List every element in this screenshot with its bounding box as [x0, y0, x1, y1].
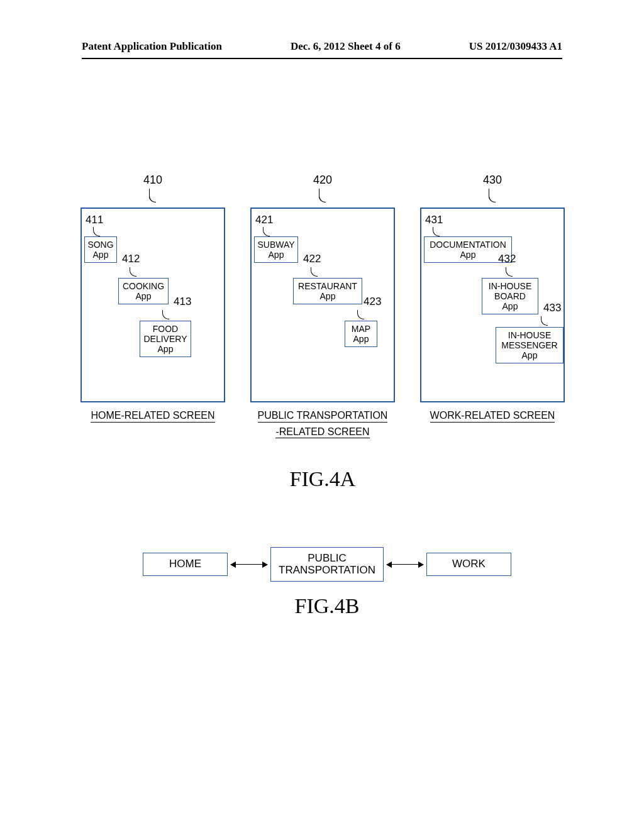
- header-sheet-info: Dec. 6, 2012 Sheet 4 of 6: [291, 40, 401, 53]
- figure-label-4b: FIG.4B: [138, 594, 516, 618]
- ref-410: 410: [143, 174, 162, 187]
- app-label: App: [522, 350, 538, 360]
- app-label: FOOD: [153, 324, 178, 334]
- leader-420: [319, 189, 326, 202]
- app-restaurant: RESTAURANT App: [293, 278, 362, 304]
- ref-422: 422: [303, 253, 321, 265]
- caption-work: WORK-RELATED SCREEN: [420, 406, 565, 423]
- ref-411: 411: [86, 214, 103, 226]
- screen-box-work: 431 DOCUMENTATION App 432 IN-HOUSE BOARD…: [420, 208, 565, 402]
- box-public-transport: PUBLIC TRANSPORTATION: [270, 547, 384, 582]
- leader-432: [506, 265, 512, 277]
- app-label: SUBWAY: [257, 240, 294, 250]
- box-text: HOME: [169, 558, 201, 570]
- app-label: RESTAURANT: [298, 281, 357, 291]
- app-inhouse-board: IN-HOUSE BOARD App: [482, 278, 538, 314]
- app-label: DOCUMENTATION: [430, 240, 506, 250]
- figure-4a: 410 411 SONG App 412 COOKING App 41: [80, 208, 565, 491]
- app-label: COOKING: [123, 281, 164, 291]
- screen-420: 420 421 SUBWAY App 422 RESTAURANT App: [250, 208, 395, 438]
- app-label: App: [136, 291, 152, 301]
- box-text-l1: PUBLIC: [308, 552, 346, 564]
- leader-413: [162, 308, 169, 319]
- figure-4b: HOME PUBLIC TRANSPORTATION WORK FIG.4B: [138, 547, 516, 618]
- app-label: MESSENGER: [501, 340, 557, 350]
- page-header: Patent Application Publication Dec. 6, 2…: [0, 40, 644, 53]
- screen-410: 410 411 SONG App 412 COOKING App 41: [80, 208, 225, 438]
- app-label: App: [353, 334, 369, 344]
- ref-420: 420: [313, 174, 332, 187]
- app-label: BOARD: [494, 291, 526, 301]
- app-label: IN-HOUSE: [489, 281, 531, 291]
- ref-421: 421: [255, 214, 273, 226]
- double-arrow-icon: [386, 558, 424, 571]
- leader-422: [311, 265, 317, 277]
- caption-text: HOME-RELATED SCREEN: [91, 410, 214, 423]
- app-label: App: [93, 250, 109, 260]
- caption-text-l1: PUBLIC TRANSPORTATION: [258, 410, 388, 423]
- screens-row: 410 411 SONG App 412 COOKING App 41: [80, 208, 565, 438]
- screen-box-transport: 421 SUBWAY App 422 RESTAURANT App 423: [250, 208, 395, 402]
- caption-home: HOME-RELATED SCREEN: [80, 406, 225, 423]
- header-pub-number: US 2012/0309433 A1: [469, 40, 562, 53]
- leader-421: [263, 225, 269, 236]
- app-label: DELIVERY: [144, 334, 187, 344]
- ref-423: 423: [364, 296, 381, 308]
- leader-431: [433, 225, 439, 236]
- app-label: IN-HOUSE: [508, 330, 551, 340]
- caption-text: WORK-RELATED SCREEN: [430, 410, 555, 423]
- figure-4b-row: HOME PUBLIC TRANSPORTATION WORK: [138, 547, 516, 582]
- box-text-l2: TRANSPORTATION: [279, 564, 375, 576]
- leader-411: [93, 225, 99, 236]
- app-map: MAP App: [345, 321, 377, 347]
- app-label: App: [320, 291, 336, 301]
- app-song: SONG App: [84, 236, 117, 263]
- leader-412: [130, 265, 136, 277]
- ref-412: 412: [122, 253, 140, 265]
- leader-423: [357, 308, 364, 319]
- app-subway: SUBWAY App: [254, 236, 298, 263]
- app-cooking: COOKING App: [118, 278, 169, 304]
- app-label: App: [460, 250, 476, 260]
- screen-430: 430 431 DOCUMENTATION App 432 IN-HOUSE B…: [420, 208, 565, 438]
- box-work: WORK: [426, 553, 511, 576]
- ref-413: 413: [174, 296, 191, 308]
- page: Patent Application Publication Dec. 6, 2…: [0, 0, 644, 830]
- caption-text-l2: -RELATED SCREEN: [275, 426, 369, 439]
- leader-410: [149, 189, 157, 202]
- box-text: WORK: [452, 558, 486, 570]
- leader-430: [489, 189, 496, 202]
- ref-431: 431: [425, 214, 443, 226]
- ref-430: 430: [483, 174, 502, 187]
- app-label: App: [269, 250, 284, 260]
- box-home: HOME: [143, 553, 228, 576]
- figure-label-4a: FIG.4A: [80, 467, 565, 491]
- app-label: App: [502, 301, 518, 311]
- app-label: SONG: [87, 240, 113, 250]
- header-publication: Patent Application Publication: [82, 40, 222, 53]
- app-label: MAP: [352, 324, 370, 334]
- caption-transport: PUBLIC TRANSPORTATION -RELATED SCREEN: [250, 406, 395, 438]
- ref-433: 433: [543, 302, 561, 314]
- app-label: App: [158, 344, 174, 354]
- app-food-delivery: FOOD DELIVERY App: [140, 321, 191, 357]
- ref-432: 432: [498, 253, 516, 265]
- screen-box-home: 411 SONG App 412 COOKING App 413: [80, 208, 225, 402]
- app-inhouse-messenger: IN-HOUSE MESSENGER App: [496, 327, 564, 363]
- header-rule: [82, 58, 562, 59]
- leader-433: [541, 314, 547, 326]
- double-arrow-icon: [230, 558, 268, 571]
